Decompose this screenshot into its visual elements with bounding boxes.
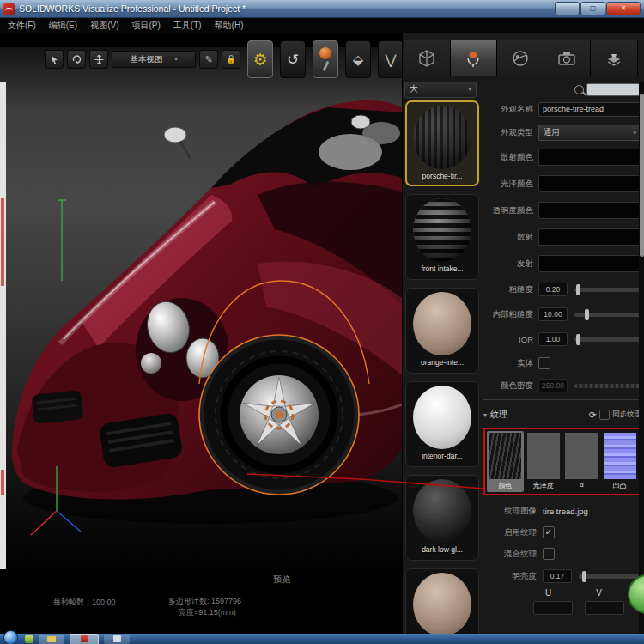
wing-icon: ⋁ [385, 52, 396, 68]
sync-icon[interactable]: ⟳ [589, 410, 597, 421]
title-bar[interactable]: SOLIDWORKS Visualize Professional - Unti… [0, 0, 644, 18]
ior-label: IOR [483, 335, 533, 344]
slider-thumb[interactable] [576, 334, 580, 345]
rotate-tool-button[interactable] [67, 50, 86, 69]
preview-label: 预览 [273, 574, 290, 586]
panel-scrollbar[interactable] [639, 82, 644, 634]
move-tool-button[interactable] [89, 50, 108, 69]
inner-roughness-value[interactable]: 10.00 [538, 307, 568, 321]
material-item-partial[interactable] [405, 568, 479, 644]
chevron-down-icon: ▾ [468, 86, 471, 93]
scatter-label: 散射 [483, 232, 533, 243]
uv-inputs-row [483, 601, 641, 615]
tab-output[interactable] [591, 40, 638, 76]
taskbar-active-app-button[interactable] [70, 634, 99, 644]
material-item-orange-interior[interactable]: orange-inte... [405, 288, 479, 374]
tab-appearances[interactable] [451, 40, 498, 76]
sync-textures-label: 同步纹理 [612, 410, 641, 420]
viewport-3d-render[interactable] [0, 47, 402, 571]
menu-file[interactable]: 文件(F) [8, 20, 36, 32]
specular-color-swatch[interactable] [538, 175, 641, 192]
app-logo-icon [3, 3, 15, 15]
material-item-porsche-tire-tread[interactable]: porsche-tir... [405, 100, 479, 186]
scatter-color-swatch[interactable] [538, 228, 641, 246]
brightness-slider[interactable] [579, 574, 639, 579]
cursor-tool-button[interactable] [45, 50, 64, 69]
menu-project[interactable]: 项目(P) [131, 20, 160, 32]
dropper-icon [322, 61, 329, 71]
split-view-button[interactable]: ⋁ [378, 40, 404, 78]
ior-slider[interactable] [574, 337, 641, 342]
viewport[interactable]: 基本视图 ▾ ✎ 🔓 ⚙ ↺ ⬙ ⋁ ◉ 预览 每秒帧数：100.00 多边形计… [0, 33, 402, 634]
start-button[interactable] [3, 630, 18, 644]
u-input[interactable] [533, 601, 573, 615]
minimize-button[interactable]: — [555, 2, 580, 15]
taskbar-app-icon[interactable] [25, 635, 33, 643]
texture-slot-alpha[interactable]: α [563, 431, 600, 492]
v-input[interactable] [585, 601, 624, 615]
appearance-type-dropdown[interactable]: 通用 ▾ [538, 125, 641, 141]
taskbar-folder-button[interactable] [39, 635, 64, 644]
texture-slot-label: 颜色 [498, 481, 512, 490]
texture-slot-gloss[interactable]: 光泽度 [526, 431, 562, 492]
inner-roughness-slider[interactable] [574, 313, 641, 317]
triangle-expand-icon[interactable]: ▾ [483, 411, 487, 419]
material-item-interior-dark[interactable]: interior-dar... [405, 381, 479, 467]
enable-texture-checkbox[interactable]: ✓ [543, 526, 555, 538]
size-dropdown[interactable]: 大 ▾ [404, 82, 477, 98]
texture-slot-label: α [580, 481, 584, 489]
appearance-properties: 外观名称 porsche-tire-tread 外观类型 通用 ▾ 散射颜色 光… [483, 102, 641, 615]
diffuse-label: 散射颜色 [483, 152, 533, 163]
lock-camera-button[interactable]: 🔓 [222, 50, 240, 69]
menu-edit[interactable]: 编辑(E) [49, 20, 77, 32]
textures-section-header[interactable]: ▾ 纹理 ⟳ 同步纹理 [483, 409, 641, 421]
density-value: 250.00 [538, 379, 568, 392]
slider-thumb[interactable] [585, 309, 589, 320]
ior-value[interactable]: 1.00 [538, 332, 568, 346]
chevron-down-icon: ▾ [633, 130, 636, 137]
search-input[interactable] [586, 83, 641, 96]
slider-thumb[interactable] [582, 571, 586, 582]
menu-tools[interactable]: 工具(T) [173, 20, 202, 32]
texture-slot-bump[interactable]: 凹凸 [602, 431, 639, 492]
transparency-color-swatch[interactable] [538, 202, 641, 219]
specular-label: 光泽颜色 [483, 179, 533, 190]
brightness-value[interactable]: 0.17 [543, 569, 572, 583]
maximize-button[interactable]: ▢ [580, 2, 605, 15]
material-item-dark-low-gloss[interactable]: dark low gl... [405, 475, 479, 561]
tab-cameras[interactable] [544, 40, 592, 76]
close-button[interactable]: ✕ [606, 2, 641, 15]
type-label: 外观类型 [483, 127, 533, 138]
edit-camera-button[interactable]: ✎ [199, 50, 218, 69]
sync-textures-checkbox[interactable] [599, 410, 610, 420]
type-value: 通用 [544, 127, 560, 138]
material-list: porsche-tir... front intake... orange-in… [404, 100, 483, 644]
diffuse-color-swatch[interactable] [538, 149, 641, 166]
taskbar-app-button[interactable] [104, 635, 130, 644]
tab-environments[interactable] [497, 40, 544, 76]
texture-slot-color[interactable]: 颜色 [487, 431, 524, 492]
blend-texture-checkbox[interactable] [543, 548, 555, 560]
app-icon [113, 635, 121, 642]
roughness-slider[interactable] [574, 288, 641, 292]
texture-slots-highlighted: 颜色 光泽度 α 凹凸 [483, 428, 641, 495]
render-settings-button[interactable]: ⚙ [247, 40, 273, 78]
emissive-color-swatch[interactable] [538, 255, 641, 272]
cube-icon [417, 49, 436, 68]
model-button[interactable]: ⬙ [345, 40, 371, 78]
camera-dropdown[interactable]: 基本视图 ▾ [112, 51, 196, 68]
material-item-front-intake[interactable]: front intake... [405, 194, 479, 280]
turntable-button[interactable]: ↺ [280, 40, 306, 78]
solid-checkbox[interactable] [538, 357, 550, 369]
menu-help[interactable]: 帮助(H) [215, 20, 244, 32]
inner-roughness-label: 内部粗糙度 [483, 309, 533, 320]
appearance-name-input[interactable]: porsche-tire-tread [538, 102, 641, 117]
tab-models[interactable] [404, 40, 451, 76]
menu-view[interactable]: 视图(V) [90, 20, 118, 32]
material-label: dark low gl... [422, 545, 463, 554]
slider-thumb[interactable] [576, 284, 580, 295]
scrollbar-thumb[interactable] [640, 94, 644, 257]
appearance-tool-button[interactable] [313, 40, 338, 78]
texture-slot-label: 光泽度 [533, 481, 554, 490]
roughness-value[interactable]: 0.20 [538, 283, 568, 296]
